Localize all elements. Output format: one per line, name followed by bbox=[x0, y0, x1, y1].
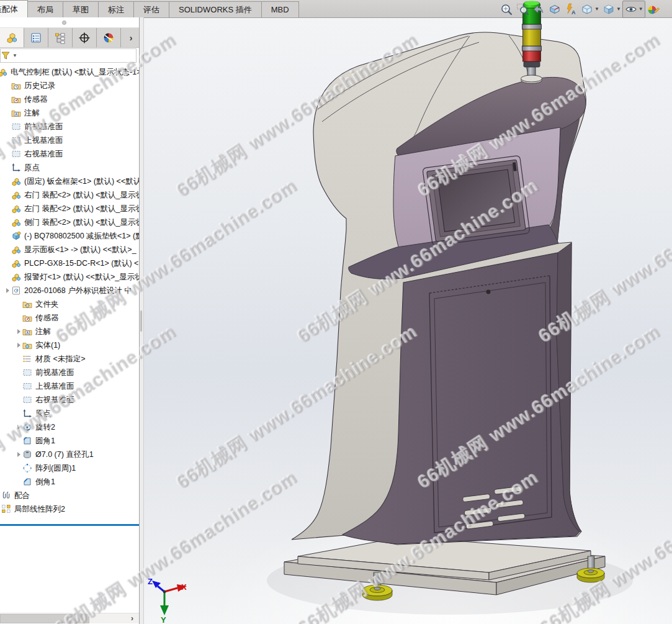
tree-item[interactable]: 原点 bbox=[0, 407, 139, 420]
fillet-icon bbox=[22, 436, 33, 446]
annotation-views-button[interactable]: A bbox=[563, 1, 579, 17]
filter-funnel-icon[interactable] bbox=[1, 51, 11, 61]
door-keyhole[interactable] bbox=[486, 290, 491, 294]
tree-item[interactable]: 报警灯<1> (默认) <<默认>_显示状 bbox=[0, 270, 139, 284]
tree-item[interactable]: 材质 <未指定> bbox=[0, 352, 139, 366]
tree-item[interactable]: 上视基准面 bbox=[0, 379, 139, 393]
tree-item[interactable]: 显示面板<1> -> (默认) <<默认>_ bbox=[0, 243, 139, 256]
previous-view-button[interactable] bbox=[531, 1, 547, 17]
tree-item-label: 圆角1 bbox=[35, 436, 55, 446]
manager-tab-displaymanager[interactable] bbox=[97, 28, 121, 47]
tree-filter-bar[interactable]: ▼ bbox=[0, 48, 137, 63]
panel-empty-area bbox=[0, 526, 139, 613]
manager-tab-propertymanager[interactable] bbox=[24, 28, 48, 47]
tree-item-label: 历史记录 bbox=[24, 81, 55, 91]
edit-appearance-button[interactable] bbox=[645, 1, 661, 17]
tree-item[interactable]: 历史记录 bbox=[0, 79, 139, 93]
tree-item[interactable]: A注解 bbox=[0, 325, 139, 338]
tree-item[interactable]: 右视基准面 bbox=[0, 393, 139, 407]
tree-item[interactable]: 传感器 bbox=[0, 311, 139, 325]
tree-item[interactable]: (固定) 钣金框架<1> (默认) <<默认 bbox=[0, 174, 139, 188]
panel-horizontal-scrollbar[interactable]: › bbox=[0, 613, 139, 623]
view-orientation-dropdown-icon[interactable]: ▼ bbox=[594, 6, 599, 12]
solids-folder-icon bbox=[22, 340, 33, 350]
view-orientation-button[interactable]: ▼ bbox=[579, 1, 601, 17]
plane-icon bbox=[22, 395, 33, 405]
tree-item[interactable]: 上视基准面 bbox=[0, 133, 139, 147]
tree-item[interactable]: 文件夹 bbox=[0, 297, 139, 311]
scrollbar-thumb[interactable] bbox=[0, 614, 89, 623]
tree-item-label: 局部线性阵列2 bbox=[14, 504, 65, 515]
cabinet-body[interactable] bbox=[292, 32, 586, 545]
tower-red-segment bbox=[523, 50, 541, 61]
manager-tabs-overflow-button[interactable]: › bbox=[123, 28, 139, 47]
tree-item-label: 右视基准面 bbox=[24, 149, 63, 160]
tree-item[interactable]: 电气控制柜 (默认) <默认_显示状态-1> bbox=[0, 65, 139, 79]
component-assembly-icon bbox=[11, 176, 22, 186]
tree-item[interactable]: (-) BQ780802500 减振垫铁<1> (默 bbox=[0, 229, 139, 243]
manager-tab-featuremanager[interactable] bbox=[0, 28, 24, 47]
expand-arrow-icon[interactable] bbox=[15, 425, 22, 430]
tree-item[interactable]: 右视基准面 bbox=[0, 147, 139, 161]
tree-item-label: 文件夹 bbox=[35, 299, 59, 310]
mates-icon bbox=[1, 491, 12, 500]
plane-icon bbox=[11, 122, 22, 132]
tree-item[interactable]: 旋转2 bbox=[0, 420, 139, 434]
zoom-to-fit-button[interactable] bbox=[498, 1, 514, 17]
tree-item[interactable]: 配合 bbox=[0, 489, 139, 502]
tree-item[interactable]: 左门 装配<2> (默认) <默认_显示状 bbox=[0, 202, 139, 215]
expand-arrow-icon[interactable] bbox=[4, 288, 11, 293]
panel-splitter[interactable] bbox=[140, 17, 144, 624]
triad-y-label: Y bbox=[161, 615, 166, 624]
command-tab-2[interactable]: 布局 bbox=[27, 1, 63, 17]
display-style-dropdown-icon[interactable]: ▼ bbox=[616, 6, 621, 12]
triad-z-label: Z bbox=[148, 577, 153, 586]
tree-item[interactable]: 传感器 bbox=[0, 93, 139, 106]
tree-item[interactable]: 圆角1 bbox=[0, 434, 139, 448]
model-3d-view[interactable]: X Z Y bbox=[144, 0, 672, 624]
circular-pattern-icon bbox=[22, 463, 33, 473]
scrollbar-right-arrow[interactable]: › bbox=[127, 613, 138, 623]
featuremanager-icon bbox=[6, 32, 18, 44]
tree-item[interactable]: 阵列(圆周)1 bbox=[0, 461, 139, 475]
tree-item[interactable]: 倒角1 bbox=[0, 475, 139, 489]
chamfer-icon bbox=[22, 477, 33, 487]
tree-item[interactable]: PLCP-GX8-15-DC-R<1> (默认) << bbox=[0, 256, 139, 270]
command-tab-1[interactable]: 装配体 bbox=[0, 0, 28, 17]
tree-item-label: PLCP-GX8-15-DC-R<1> (默认) << bbox=[24, 258, 139, 269]
tree-item-label: 倒角1 bbox=[35, 477, 55, 487]
sensors-folder-icon bbox=[22, 313, 33, 323]
expand-arrow-icon[interactable] bbox=[15, 343, 22, 348]
panel-splitter-handle-icon[interactable] bbox=[62, 20, 66, 25]
svg-text:A: A bbox=[26, 331, 29, 335]
feature-tree: 电气控制柜 (默认) <默认_显示状态-1>历史记录传感器A注解前视基准面上视基… bbox=[0, 63, 139, 523]
manager-tab-dimxpertmanager[interactable] bbox=[73, 28, 97, 47]
tree-item[interactable]: 前视基准面 bbox=[0, 366, 139, 379]
manager-tab-configurationmanager[interactable] bbox=[48, 28, 73, 47]
tree-item[interactable]: 原点 bbox=[0, 161, 139, 174]
hide-show-items-dropdown-icon[interactable]: ▼ bbox=[638, 6, 643, 12]
tree-item[interactable]: 2026-01068 户外标识桩设计 中 bbox=[0, 284, 139, 297]
tree-item[interactable]: 局部线性阵列2 bbox=[0, 502, 139, 516]
tree-item[interactable]: 实体(1) bbox=[0, 338, 139, 352]
command-tab-3[interactable]: 草图 bbox=[63, 1, 99, 17]
component-assembly-icon bbox=[11, 245, 22, 255]
tree-item[interactable]: 前视基准面 bbox=[0, 120, 139, 133]
filter-dropdown-icon[interactable]: ▼ bbox=[12, 53, 17, 58]
command-tab-4[interactable]: 标注 bbox=[98, 1, 134, 17]
featuremanager-panel: › ▼ 电气控制柜 (默认) <默认_显示状态-1>历史记录传感器A注解前视基准… bbox=[0, 17, 140, 624]
document-icon bbox=[11, 286, 22, 296]
panel-top-strip bbox=[0, 17, 139, 28]
tree-item[interactable]: A注解 bbox=[0, 106, 139, 120]
tree-item[interactable]: 右门 装配<2> (默认) <默认_显示状 bbox=[0, 188, 139, 202]
display-style-button[interactable]: ▼ bbox=[601, 1, 622, 17]
tree-item[interactable]: 侧门 装配<2> (默认) <默认_显示状 bbox=[0, 215, 139, 229]
hide-show-items-button[interactable]: ▼ bbox=[622, 1, 645, 18]
tree-item[interactable]: Ø7.0 (7) 直径孔1 bbox=[0, 448, 139, 461]
tree-item-label: 传感器 bbox=[35, 313, 59, 323]
origin-icon bbox=[11, 163, 22, 173]
section-view-button[interactable] bbox=[547, 1, 563, 17]
expand-arrow-icon[interactable] bbox=[15, 329, 22, 334]
expand-arrow-icon[interactable] bbox=[15, 452, 22, 457]
zoom-to-area-button[interactable] bbox=[514, 1, 531, 17]
